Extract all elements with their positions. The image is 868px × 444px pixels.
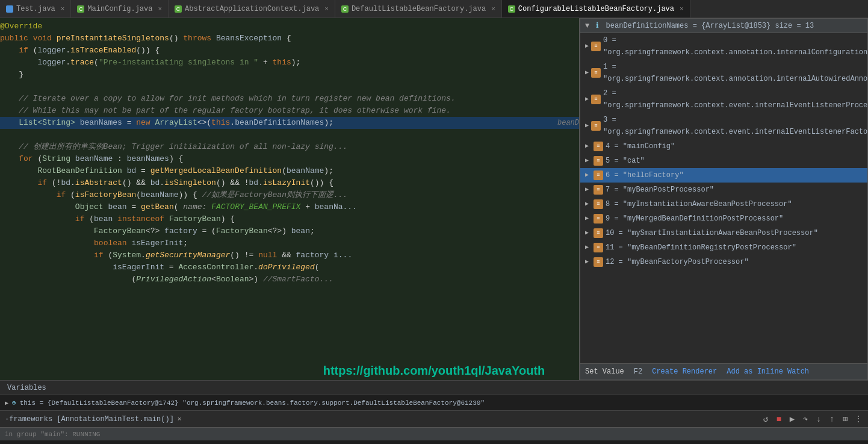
- variables-header: Variables: [0, 381, 868, 395]
- expand-icon[interactable]: ▶: [583, 184, 591, 196]
- debug-item-value: 9 = "myMergedBeanDefinitionPostProcessor…: [606, 213, 865, 225]
- tab-label: DefaultListableBeanFactory.java: [352, 5, 486, 13]
- expand-icon[interactable]: ▶: [583, 93, 591, 105]
- debug-tree-item-0[interactable]: ▶ ≡ 0 = "org.springframework.context.ann…: [580, 33, 867, 60]
- step-into-icon[interactable]: ↓: [814, 414, 823, 424]
- array-item-icon: ≡: [594, 142, 603, 151]
- debug-item-value: 0 = "org.springframework.context.annotat…: [603, 34, 867, 58]
- debug-item-value: 3 = "org.springframework.context.event.i…: [603, 114, 867, 138]
- editor-container: @Override public void preInstantiateSing…: [0, 18, 868, 380]
- tab-label: Test.java: [16, 5, 55, 13]
- step-out-icon[interactable]: ↑: [827, 414, 837, 424]
- close-icon[interactable]: ×: [158, 5, 162, 13]
- set-value-label: Set Value: [585, 367, 624, 376]
- array-item-icon: ≡: [591, 95, 601, 104]
- variables-section: Variables ▶ ⊕ this = {DefaultListableBea…: [0, 380, 868, 410]
- debug-tree-item-1[interactable]: ▶ ≡ 1 = "org.springframework.context.ann…: [580, 60, 867, 86]
- tab-label: AbstractApplicationContext.java: [185, 5, 319, 13]
- array-item-icon: ≡: [594, 257, 603, 267]
- java-icon: [6, 5, 13, 13]
- close-icon[interactable]: ×: [491, 5, 495, 13]
- expand-icon[interactable]: ▶: [583, 40, 591, 52]
- variables-value: this = {DefaultListableBeanFactory@1742}…: [20, 399, 485, 407]
- debug-title: beanDefinitionNames = {ArrayList@1853} s…: [606, 22, 814, 30]
- close-icon[interactable]: ×: [61, 5, 65, 13]
- variables-content: ▶ ⊕ this = {DefaultListableBeanFactory@1…: [0, 395, 868, 410]
- c-icon: C: [175, 5, 182, 13]
- expand-icon[interactable]: ▶: [5, 399, 8, 407]
- close-icon[interactable]: ×: [680, 5, 684, 13]
- expand-icon[interactable]: ▶: [583, 120, 591, 132]
- resume-icon[interactable]: ▶: [787, 414, 797, 424]
- expand-icon[interactable]: ▶: [583, 242, 591, 254]
- debug-tree-item-11[interactable]: ▶ ≡ 11 = "myBeanDefinitionRegistryPostPr…: [580, 240, 867, 255]
- array-item-icon: ≡: [594, 214, 603, 224]
- status-text: in group "main": RUNNING: [5, 431, 100, 438]
- more-icon[interactable]: ⋮: [854, 414, 863, 424]
- debug-item-value: 11 = "myBeanDefinitionRegistryPostProces…: [606, 242, 865, 254]
- debug-tree[interactable]: ▶ ≡ 0 = "org.springframework.context.ann…: [580, 33, 867, 363]
- debug-item-value: 10 = "mySmartInstantiationAwareBeanPostP…: [606, 227, 865, 239]
- array-item-icon: ≡: [594, 243, 603, 252]
- debug-item-value: 12 = "myBeanFactoryPostProcessor": [606, 256, 865, 268]
- tab-label: MainConfig.java: [87, 5, 152, 13]
- expand-icon[interactable]: ▶: [583, 140, 591, 152]
- run-bar: -frameworks [AnnotationMainTest.main()] …: [0, 410, 868, 427]
- debug-item-value: 6 = "helloFactory": [606, 169, 865, 181]
- array-item-icon: ≡: [594, 228, 603, 238]
- tab-mainconfig-java[interactable]: C MainConfig.java ×: [71, 0, 169, 17]
- expand-icon[interactable]: ▶: [583, 227, 591, 239]
- stop-icon[interactable]: ■: [774, 414, 784, 424]
- debug-item-value: 7 = "myBeanPostProcessor": [606, 184, 865, 196]
- expand-icon[interactable]: ▶: [583, 213, 591, 225]
- c-icon: C: [508, 5, 515, 13]
- step-over-icon[interactable]: ↷: [801, 414, 810, 424]
- debug-tree-item-12[interactable]: ▶ ≡ 12 = "myBeanFactoryPostProcessor": [580, 255, 867, 269]
- view-icon[interactable]: ⊞: [840, 414, 850, 424]
- debug-tree-item-2[interactable]: ▶ ≡ 2 = "org.springframework.context.eve…: [580, 86, 867, 113]
- debug-tree-item-3[interactable]: ▶ ≡ 3 = "org.springframework.context.eve…: [580, 113, 867, 139]
- debug-tree-item-5[interactable]: ▶ ≡ 5 = "cat": [580, 154, 867, 168]
- close-run-icon[interactable]: ×: [178, 416, 182, 423]
- debug-tree-item-7[interactable]: ▶ ≡ 7 = "myBeanPostProcessor": [580, 183, 867, 197]
- tab-test-java[interactable]: Test.java ×: [0, 0, 71, 17]
- tab-label: ConfigurableListableBeanFactory.java: [518, 5, 674, 13]
- expand-icon[interactable]: ▶: [583, 169, 591, 181]
- tab-default-java[interactable]: C DefaultListableBeanFactory.java ×: [335, 0, 502, 17]
- debug-popup: ▼ ℹ beanDefinitionNames = {ArrayList@185…: [579, 18, 868, 380]
- f2-key[interactable]: F2: [634, 367, 642, 376]
- expand-icon[interactable]: ▶: [583, 256, 591, 268]
- debug-tree-item-10[interactable]: ▶ ≡ 10 = "mySmartInstantiationAwareBeanP…: [580, 226, 867, 240]
- debug-tree-item-4[interactable]: ▶ ≡ 4 = "mainConfig": [580, 139, 867, 154]
- debug-item-value: 4 = "mainConfig": [606, 140, 865, 152]
- close-icon[interactable]: ×: [324, 5, 329, 13]
- variables-label: Variables: [7, 384, 46, 392]
- c-icon: C: [77, 5, 84, 13]
- run-bar-label: -frameworks [AnnotationMainTest.main()]: [5, 415, 174, 424]
- array-item-icon: ≡: [594, 199, 603, 209]
- rerun-icon[interactable]: ↺: [761, 414, 770, 424]
- debug-item-value: 5 = "cat": [606, 155, 865, 167]
- debug-tree-item-9[interactable]: ▶ ≡ 9 = "myMergedBeanDefinitionPostProce…: [580, 211, 867, 226]
- array-item-icon: ≡: [591, 68, 601, 78]
- array-item-icon: ≡: [591, 121, 601, 131]
- tab-bar: Test.java × C MainConfig.java × C Abstra…: [0, 0, 868, 18]
- status-bar: in group "main": RUNNING: [0, 427, 868, 440]
- debug-header: ▼ ℹ beanDefinitionNames = {ArrayList@185…: [580, 19, 867, 33]
- c-icon: C: [341, 5, 349, 13]
- expand-icon[interactable]: ▶: [583, 67, 591, 79]
- debug-item-value: 8 = "myInstantiationAwareBeanPostProcess…: [606, 198, 865, 210]
- tab-abstract-java[interactable]: C AbstractApplicationContext.java ×: [169, 0, 335, 17]
- debug-tree-item-6[interactable]: ▶ ≡ 6 = "helloFactory": [580, 168, 867, 183]
- add-inline-watch-link[interactable]: Add as Inline Watch: [727, 367, 809, 376]
- expand-icon[interactable]: ▶: [583, 198, 591, 210]
- create-renderer-link[interactable]: Create Renderer: [652, 367, 717, 376]
- debug-tree-item-8[interactable]: ▶ ≡ 8 = "myInstantiationAwareBeanPostPro…: [580, 197, 867, 211]
- array-item-icon: ≡: [594, 156, 603, 166]
- tab-configurable-java[interactable]: C ConfigurableListableBeanFactory.java ×: [502, 0, 690, 17]
- array-item-icon: ≡: [594, 185, 603, 195]
- array-item-icon: ≡: [591, 42, 601, 51]
- expand-icon[interactable]: ▶: [583, 155, 591, 167]
- this-icon: ⊕: [12, 399, 16, 407]
- array-item-icon: ≡: [594, 170, 603, 180]
